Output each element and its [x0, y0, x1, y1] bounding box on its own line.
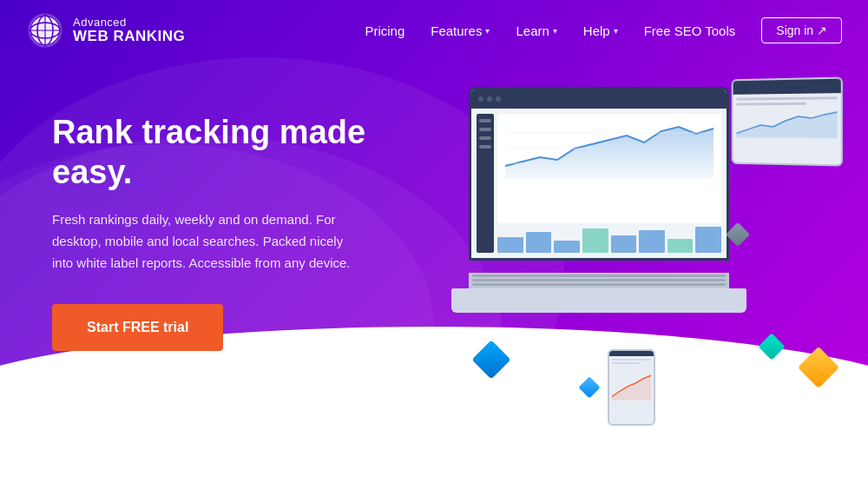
cube-gold	[798, 347, 839, 388]
tablet-illustration	[732, 77, 843, 167]
bar-5	[611, 235, 637, 253]
help-chevron: ▾	[614, 26, 618, 36]
bar-6	[639, 230, 665, 253]
nav-help[interactable]: Help ▾	[583, 23, 618, 38]
bar-1	[497, 237, 523, 253]
logo[interactable]: Advanced WEB RANKING	[26, 11, 185, 50]
nav-free-seo[interactable]: Free SEO Tools	[644, 23, 736, 38]
chart-line-svg	[502, 118, 717, 179]
sidebar-item-1	[479, 119, 491, 122]
bar-4	[582, 228, 608, 253]
bar-7	[667, 239, 694, 253]
laptop-base	[451, 288, 746, 313]
tablet-chart-svg	[736, 108, 837, 139]
learn-chevron: ▾	[553, 26, 557, 36]
keyboard-row-2	[472, 279, 726, 281]
hero-subtitle: Fresh rankings daily, weekly and on dema…	[52, 209, 365, 274]
cube-blue-small	[578, 376, 600, 398]
tablet-line-1	[736, 96, 837, 100]
keyboard-row-3	[472, 283, 726, 286]
laptop-illustration	[451, 87, 746, 313]
header: Advanced WEB RANKING Pricing Features ▾ …	[0, 0, 868, 61]
bar-8	[695, 227, 721, 253]
cube-blue-large	[471, 340, 510, 379]
screen-dot-1	[478, 96, 483, 102]
chart-bars	[497, 227, 721, 253]
phone-small-line-1	[612, 359, 651, 361]
logo-advanced: Advanced	[73, 17, 185, 29]
screen-sidebar	[477, 114, 494, 253]
bar-2	[526, 232, 552, 253]
phone-small-line-2	[612, 362, 640, 364]
sidebar-item-4	[479, 145, 491, 149]
cube-teal	[758, 333, 785, 360]
tablet-line-2	[736, 103, 806, 106]
screen-dot-3	[496, 96, 501, 102]
keyboard-row-1	[472, 275, 726, 277]
screen-chart	[497, 114, 721, 223]
features-chevron: ▾	[485, 26, 490, 36]
hero-illustration	[408, 52, 859, 452]
screen-main-area	[497, 114, 721, 253]
logo-icon	[26, 11, 64, 50]
nav-learn[interactable]: Learn ▾	[516, 23, 556, 38]
nav-features[interactable]: Features ▾	[431, 23, 490, 38]
main-nav: Pricing Features ▾ Learn ▾ Help ▾ Free S…	[365, 17, 842, 43]
screen-dot-2	[487, 96, 492, 102]
logo-text: Advanced WEB RANKING	[73, 17, 185, 45]
laptop-screen-inner	[471, 89, 727, 258]
logo-wr: WEB RANKING	[73, 29, 185, 45]
laptop-keyboard	[469, 273, 729, 288]
phone-small-chart	[612, 367, 651, 402]
tablet-content	[733, 93, 841, 142]
nav-signin[interactable]: Sign in ↗	[761, 17, 842, 43]
cta-button[interactable]: Start FREE trial	[52, 304, 223, 351]
laptop-screen	[469, 87, 729, 261]
hero-title: Rank tracking made easy.	[52, 113, 417, 192]
nav-pricing[interactable]: Pricing	[365, 23, 404, 38]
sidebar-item-3	[479, 136, 491, 140]
tablet-header	[733, 79, 841, 95]
sidebar-item-2	[479, 128, 491, 131]
screen-topbar	[471, 89, 727, 109]
phone-small-illustration	[608, 349, 655, 426]
hero-content: Rank tracking made easy. Fresh rankings …	[52, 113, 417, 351]
tablet-chart	[736, 108, 837, 139]
phone-small-content	[609, 356, 654, 408]
screen-content	[471, 109, 727, 258]
bar-3	[554, 241, 580, 253]
